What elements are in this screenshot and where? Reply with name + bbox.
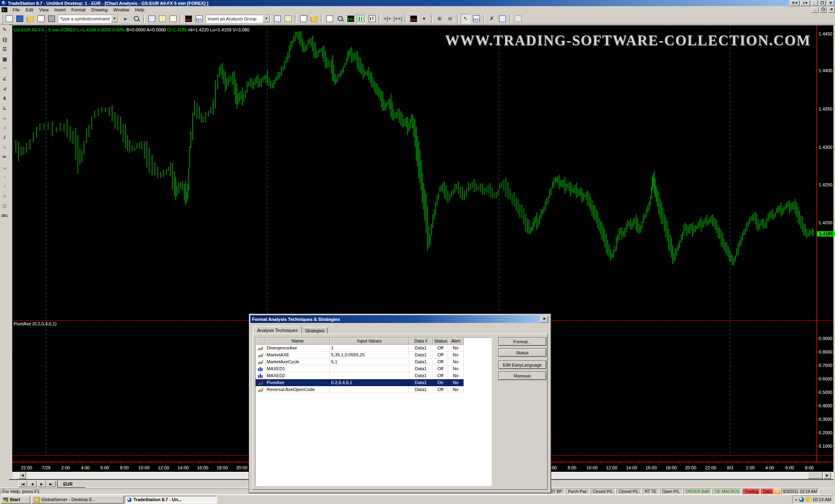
calculator-tool-icon[interactable]: ▦ <box>0 54 9 64</box>
toolbox-icon[interactable]: ✗ <box>487 14 497 24</box>
status-field-oe-macros[interactable]: OE MACROS <box>713 489 742 495</box>
cell-status[interactable]: Off <box>433 345 448 351</box>
increase-bar-spacing-icon[interactable]: |++| <box>393 14 403 24</box>
format-window-icon[interactable] <box>497 14 507 24</box>
analysis-row-maxed1[interactable]: MAXED1Data1OffNo <box>256 365 491 372</box>
close-button[interactable]: ✕ <box>827 0 834 6</box>
research-window-icon[interactable] <box>168 14 178 24</box>
notes-icon[interactable] <box>513 14 523 24</box>
run-command-icon[interactable]: ▸ <box>121 14 130 24</box>
fib-arcs-tool-icon[interactable]: ◠ <box>0 64 9 73</box>
zoom-out-icon[interactable]: ⊖ <box>445 14 455 24</box>
analysis-row-marketaxecycle[interactable]: MarketAxeCycle5,1Data1OffNo <box>256 358 491 365</box>
shortcut-s-button[interactable]: S ▾ <box>790 0 800 6</box>
symbol-combo-dropdown-icon[interactable]: ▼ <box>111 15 118 22</box>
cell-name[interactable]: Reversal AxeOpenCode <box>265 386 330 393</box>
symbol-combo[interactable]: Type a symbol/command▼ <box>58 15 119 23</box>
cell-alert[interactable]: No <box>448 358 464 365</box>
cell-status[interactable]: On <box>433 379 448 386</box>
format--button[interactable]: Format... <box>498 337 546 346</box>
shortcut-i-button[interactable]: I ▾ <box>800 0 810 6</box>
scrollbar-thumb[interactable] <box>808 472 823 479</box>
save-desktop-icon[interactable] <box>15 14 24 24</box>
menu-item-help[interactable]: Help <box>132 7 147 13</box>
up-arrow-tool-icon[interactable]: ↑ <box>0 181 9 191</box>
status-field-trading[interactable]: Trading <box>742 489 760 495</box>
menu-item-window[interactable]: Window <box>110 7 132 13</box>
trendline-tool-icon[interactable]: ✎ <box>0 25 9 34</box>
analysis-row-marketaxe[interactable]: MarketAXE5,35,1,0.0555,25Data1OffNo <box>256 351 491 358</box>
start-button[interactable]: Start <box>1 496 30 504</box>
status-field-order-bar[interactable]: ORDER BAR <box>683 489 711 495</box>
alert-bell-icon[interactable] <box>775 489 780 494</box>
cell-alert[interactable]: No <box>448 386 464 393</box>
tray-tradestation-icon[interactable] <box>799 497 804 502</box>
tab-eur[interactable]: EUR <box>57 480 86 488</box>
menu-item-view[interactable]: View <box>36 7 52 13</box>
cell-status[interactable]: Off <box>433 365 448 372</box>
send-chart-icon[interactable] <box>298 14 308 24</box>
pencil-tool-icon[interactable]: ✏ <box>0 152 9 161</box>
vertical-extend-tool-icon[interactable]: ↕ <box>0 123 9 132</box>
chart-window-icon[interactable] <box>2 7 7 12</box>
ohlc-bar-style-icon[interactable] <box>356 14 366 24</box>
decrease-bar-spacing-icon[interactable]: +|+ <box>382 14 392 24</box>
cell-alert[interactable]: No <box>448 372 464 379</box>
dialog-title-bar[interactable]: Format Analysis Techniques & Strategies … <box>250 315 550 323</box>
cell-name[interactable]: PivotAxe <box>265 379 330 386</box>
cell-data[interactable]: Data1 <box>409 351 433 358</box>
column-header-input-values[interactable]: Input Values <box>330 338 409 345</box>
status-field-data[interactable]: Data <box>761 489 773 495</box>
last-tab-button[interactable]: ▶| <box>46 481 55 487</box>
quotes-window-icon[interactable] <box>147 14 157 24</box>
child-restore-button[interactable]: ❐ <box>820 7 826 13</box>
next-tab-button[interactable]: ▶ <box>37 481 46 487</box>
minimize-button[interactable]: _ <box>811 0 818 6</box>
remove-analysis-icon[interactable] <box>283 14 293 24</box>
gann-fan-tool-icon[interactable]: ⊾ <box>0 103 9 113</box>
cell-alert[interactable]: No <box>448 345 464 351</box>
workspaces-icon[interactable] <box>36 14 46 24</box>
cell-data[interactable]: Data1 <box>409 365 433 372</box>
session-clock-icon[interactable] <box>335 14 345 24</box>
cell-inputs[interactable] <box>330 365 409 372</box>
vertical-gridlines-tool-icon[interactable]: ∥∥ <box>0 35 9 44</box>
first-tab-button[interactable]: |◀ <box>18 481 27 487</box>
timeframe-calendar-icon[interactable] <box>325 14 334 24</box>
cell-inputs[interactable]: 1 <box>330 345 409 351</box>
zoom-in-icon[interactable]: ⊕ <box>435 14 444 24</box>
cell-inputs[interactable]: 5,1 <box>330 358 409 365</box>
text-annotation-icon[interactable] <box>471 14 481 24</box>
ellipse-tool-icon[interactable]: ○ <box>0 191 9 201</box>
rectangle-tool-icon[interactable]: □ <box>0 201 9 210</box>
cell-alert[interactable]: No <box>448 351 464 358</box>
scroll-left-button[interactable]: ◀ <box>19 472 26 479</box>
cell-status[interactable]: Off <box>433 386 448 393</box>
column-header-icon[interactable] <box>256 338 265 345</box>
cell-data[interactable]: Data1 <box>409 372 433 379</box>
dialog-close-icon[interactable]: ✕ <box>541 316 548 323</box>
edit-easylanguage-button[interactable]: Edit EasyLanguage <box>498 360 546 369</box>
column-header-status[interactable]: Status <box>433 338 448 345</box>
curve-tool-icon[interactable]: ◡ <box>0 162 9 171</box>
cell-data[interactable]: Data1 <box>409 386 433 393</box>
radar-screen-window-icon[interactable] <box>194 14 204 24</box>
child-close-button[interactable]: ✕ <box>828 7 835 13</box>
remove-button[interactable]: Remove <box>498 371 546 380</box>
pointer-tool-icon[interactable]: ↖ <box>461 14 471 24</box>
cell-alert[interactable]: No <box>448 365 464 372</box>
toolbar-grip[interactable] <box>1 14 3 23</box>
open-icon[interactable] <box>25 14 35 24</box>
tray-chevron[interactable]: « <box>795 497 797 502</box>
analysis-row-maxed2[interactable]: MAXED2Data1OffNo <box>256 372 491 379</box>
cell-data[interactable]: Data1 <box>409 358 433 365</box>
cell-status[interactable]: Off <box>433 372 448 379</box>
analysis-combo[interactable]: Insert an Analysis Group▼ <box>205 15 271 23</box>
analysis-list[interactable]: NameInput ValuesData #StatusAlert Diverg… <box>255 337 492 486</box>
menu-item-drawing[interactable]: Drawing <box>88 7 110 13</box>
cell-inputs[interactable]: 5,35,1,0.0555,25 <box>330 351 409 358</box>
cell-inputs[interactable] <box>330 372 409 379</box>
text-tool-icon[interactable]: abc <box>0 211 9 220</box>
symbol-lookup-icon[interactable] <box>131 14 141 24</box>
cell-status[interactable]: Off <box>433 358 448 365</box>
